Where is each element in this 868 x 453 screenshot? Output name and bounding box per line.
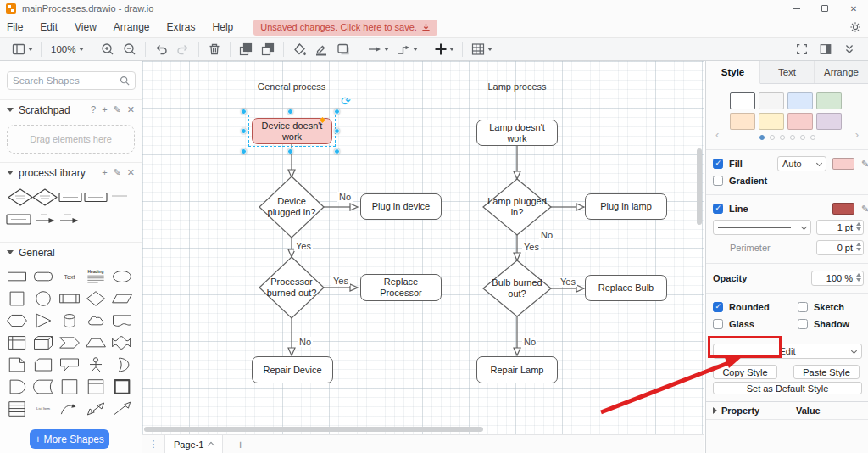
style-preset-swatch[interactable] [787, 92, 813, 109]
general-section-header[interactable]: General [0, 242, 142, 262]
waypoints-dropdown[interactable] [365, 41, 391, 58]
pagination-dot[interactable] [770, 135, 775, 140]
rounded-checkbox[interactable] [713, 302, 723, 312]
pagination-dot[interactable] [790, 135, 795, 140]
shape-diamond[interactable] [82, 288, 108, 310]
shape-triangle[interactable] [30, 310, 56, 332]
shape-rounded-rectangle[interactable] [30, 266, 56, 288]
shape-circle[interactable] [30, 288, 56, 310]
shape-card[interactable] [30, 354, 56, 376]
edge-label-yes[interactable]: Yes [331, 276, 350, 286]
connector-dropdown[interactable] [394, 41, 420, 58]
format-panel-toggle-icon[interactable] [817, 42, 834, 57]
menu-view[interactable]: View [66, 21, 105, 33]
shape-curve[interactable] [56, 398, 82, 420]
node-device-plugged-in[interactable]: Device plugged in? [262, 193, 321, 221]
shape-frame[interactable] [82, 376, 108, 398]
edge-label-no[interactable]: No [539, 230, 554, 240]
selection-handle[interactable] [287, 109, 293, 115]
shape-container[interactable] [56, 376, 82, 398]
shape-cube[interactable] [30, 332, 56, 354]
unsaved-changes-banner[interactable]: Unsaved changes. Click here to save. [253, 20, 437, 36]
insert-dropdown[interactable] [432, 42, 456, 57]
style-preset-swatch[interactable] [730, 113, 755, 130]
shape-callout[interactable] [56, 354, 82, 376]
pagination-dot[interactable] [760, 135, 765, 140]
menu-arrange[interactable]: Arrange [105, 21, 159, 33]
menu-extras[interactable]: Extras [159, 21, 204, 33]
perimeter-field[interactable]: 0 pt [816, 240, 864, 255]
selection-handle[interactable] [334, 109, 340, 115]
edge-label-yes[interactable]: Yes [294, 241, 313, 251]
node-repair-lamp[interactable]: Repair Lamp [476, 356, 558, 383]
shape-cylinder[interactable] [56, 310, 82, 332]
copy-style-button[interactable]: Copy Style [713, 365, 777, 379]
line-width-field[interactable]: 1 pt [816, 220, 864, 235]
shape-ellipse[interactable] [108, 266, 135, 288]
shape-bidirectional-arrow[interactable] [82, 398, 108, 420]
shape-textbox[interactable]: Heading [82, 266, 108, 288]
table-dropdown[interactable] [469, 41, 494, 58]
fill-mode-select[interactable]: Auto [777, 156, 826, 171]
shape-parallelogram[interactable] [108, 288, 135, 310]
chart-title-lamp[interactable]: Lamp process [487, 81, 546, 92]
line-style-select[interactable] [713, 220, 811, 235]
shape-text[interactable]: Text [56, 266, 82, 288]
glass-checkbox[interactable] [713, 319, 723, 329]
shape-actor[interactable] [82, 354, 108, 376]
line-color-icon[interactable] [312, 41, 331, 58]
tab-text[interactable]: Text [760, 61, 815, 83]
menu-file[interactable]: File [0, 21, 31, 33]
paste-style-button[interactable]: Paste Style [793, 365, 860, 379]
fill-color-icon[interactable] [290, 41, 309, 58]
selection-handle[interactable] [287, 148, 293, 154]
pages-menu-icon[interactable]: ⋮ [142, 439, 164, 450]
zoom-level-dropdown[interactable]: 100% [47, 43, 86, 55]
add-page-button[interactable]: + [236, 438, 243, 451]
gradient-checkbox[interactable] [713, 176, 723, 186]
line-color-swatch[interactable] [832, 203, 854, 215]
zoom-out-icon[interactable] [120, 41, 139, 58]
style-preset-swatch[interactable] [816, 92, 842, 109]
shape-step[interactable] [56, 332, 82, 354]
close-icon[interactable]: ✕ [127, 168, 135, 177]
fill-checkbox[interactable] [713, 159, 723, 169]
undo-icon[interactable] [152, 41, 170, 58]
shape-list[interactable] [3, 398, 30, 420]
edit-fill-color-icon[interactable]: ✎ [861, 159, 868, 170]
pagination-dot[interactable] [780, 135, 785, 140]
edit-pencil-icon[interactable]: ✎ [114, 105, 121, 115]
style-preset-swatch[interactable] [787, 113, 813, 130]
node-plug-in-device[interactable]: Plug in device [360, 193, 442, 220]
node-replace-processor[interactable]: Replace Processor [360, 274, 442, 301]
pagination-dot[interactable] [800, 135, 805, 140]
edge-label-yes[interactable]: Yes [559, 277, 577, 287]
shape-or[interactable] [108, 354, 135, 376]
shape-and[interactable] [3, 376, 30, 398]
library-shapes-preview[interactable] [0, 182, 142, 242]
shape-square[interactable] [3, 288, 30, 310]
page-tab[interactable]: Page-1 [164, 435, 223, 453]
add-icon[interactable]: + [102, 105, 107, 115]
fill-color-swatch[interactable] [832, 158, 854, 170]
theme-toggle-icon[interactable] [849, 21, 861, 33]
edit-line-color-icon[interactable]: ✎ [861, 204, 868, 215]
library-section-header[interactable]: processLibrary + ✎ ✕ [0, 162, 142, 182]
selection-handle[interactable] [334, 148, 340, 154]
selection-handle[interactable] [241, 109, 247, 115]
horizontal-scrollbar[interactable] [144, 427, 483, 432]
opacity-field[interactable]: 100 % [811, 271, 864, 286]
shape-trapezoid[interactable] [82, 332, 108, 354]
shape-tape[interactable] [108, 332, 135, 354]
menu-edit[interactable]: Edit [31, 21, 66, 33]
tab-style[interactable]: Style [706, 61, 760, 84]
set-default-style-button[interactable]: Set as Default Style [713, 382, 862, 394]
to-back-icon[interactable] [259, 41, 277, 58]
minimize-button[interactable] [782, 0, 810, 17]
edge-label-yes[interactable]: Yes [522, 242, 541, 252]
style-preset-swatch[interactable] [759, 113, 784, 130]
edit-pencil-icon[interactable]: ✎ [114, 168, 121, 177]
chart-title-general[interactable]: General process [258, 81, 326, 92]
edge-label-no[interactable]: No [522, 337, 537, 347]
shape-arrow[interactable] [108, 398, 135, 420]
